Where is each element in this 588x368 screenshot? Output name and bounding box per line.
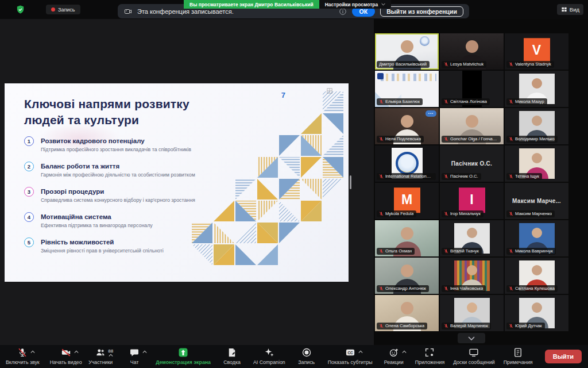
toolbar-label: Включить звук [6, 359, 40, 365]
more-options-button[interactable]: ••• [425, 110, 436, 117]
view-button[interactable]: Вид [557, 4, 583, 15]
participant-tile[interactable]: Gonchar Olga / Гончар ... [440, 108, 504, 144]
chevron-up-icon[interactable] [30, 350, 35, 354]
toolbar-label: Приложения [415, 359, 444, 365]
participant-tile[interactable]: Ольга Охман [375, 220, 439, 256]
participant-face [401, 227, 413, 240]
participant-tile[interactable]: Валерій Мартинюк [440, 295, 504, 331]
participant-tile[interactable]: International Relations ... [375, 145, 439, 182]
toolbar-summary-button[interactable]: Сводка [219, 348, 245, 365]
small-logo [377, 73, 384, 79]
toolbar-label: Чат [130, 359, 139, 365]
chevron-up-icon[interactable] [142, 350, 147, 354]
participant-tile[interactable]: Світлана Логінова [440, 71, 504, 107]
slide-item: 4Мотиваційна системаЕфективна підтримка … [24, 212, 214, 228]
toolbar-label: Примечания [504, 359, 533, 365]
record-icon [301, 347, 312, 360]
grid-view-icon [561, 6, 567, 13]
participant-tile[interactable]: Віталій Ткачук [440, 220, 504, 256]
participant-tile[interactable]: Максим Марче... Максим Марченко [505, 183, 568, 219]
participant-tile[interactable]: I Ігор Михальчук [440, 183, 504, 219]
toolbar-record-button[interactable]: Запись [294, 348, 319, 365]
mic-off-icon [17, 347, 28, 360]
toolbar-captions-button[interactable]: CCПоказать субтитры [328, 348, 373, 365]
avatar-letter: I [459, 187, 485, 213]
mic-off-icon [379, 324, 384, 328]
toolbar-share-screen-button[interactable]: Демонстрация экрана [156, 348, 211, 365]
participant-label: Пасічник О.С. [442, 173, 481, 181]
participant-label: Юрий Дутчак [506, 323, 545, 330]
mic-off-icon [509, 137, 513, 141]
toolbar-chat-button[interactable]: Чат [122, 348, 147, 365]
gallery-collapse-button[interactable] [458, 333, 485, 343]
participant-name: Gonchar Olga / Гончар ... [450, 136, 498, 141]
chevron-up-icon[interactable] [74, 350, 79, 354]
toolbar-label: Демонстрация экрана [156, 359, 211, 365]
toolbar-center-group: 88УчастникиЧатДемонстрация экранаСводкаA… [88, 348, 532, 365]
mic-off-icon [509, 324, 513, 328]
participant-tile[interactable]: Володимир Милько [505, 108, 568, 144]
participant-name: Микола Мазур [515, 99, 544, 104]
leave-button[interactable]: Выйти [545, 350, 582, 363]
participant-tile[interactable]: Тетяна Іщук [505, 145, 568, 182]
participant-name: Пасічник О.С. [450, 174, 478, 179]
toolbar-whiteboard-button[interactable]: Доски сообщений [453, 348, 495, 365]
participant-name: Lesya Matviichuk [450, 62, 483, 67]
mic-off-icon [379, 286, 384, 291]
participant-tile[interactable]: Микола Вавринчук [505, 220, 568, 256]
participant-tile[interactable]: Світлана Кулешова [505, 258, 568, 294]
chevron-up-icon[interactable] [358, 350, 363, 354]
toolbar-participants-button[interactable]: 88Участники [88, 348, 113, 365]
participant-tile[interactable]: Пасічник О.С. Пасічник О.С. [440, 145, 504, 182]
participant-name: Олександр Антонюк [385, 286, 426, 291]
slide-ornament [381, 74, 436, 81]
participant-tile[interactable]: Олександр Антонюк [375, 258, 439, 294]
mic-off-icon [509, 174, 513, 179]
participant-tile[interactable]: M Mykola Fedula [375, 183, 439, 219]
participant-tile[interactable]: Інна Чайковська [440, 258, 504, 294]
svg-text:CC: CC [347, 350, 353, 354]
mic-off-icon [444, 99, 448, 104]
slide-grid-icon [327, 88, 332, 94]
slide-item-title: Рівність можливостей [41, 237, 164, 246]
toolbar-notes-button[interactable]: Примечания [504, 348, 533, 365]
leave-conference-button[interactable]: Выйти из конференции [380, 6, 463, 17]
toolbar-reactions-button[interactable]: Реакции [381, 348, 407, 365]
toolbar-ai-sparkle-button[interactable]: AI Companion [253, 348, 285, 365]
slide-item: 1Розвиток кадрового потенціалуПідтримка … [24, 136, 214, 152]
participant-tile[interactable]: ••• Неля Подлевська [375, 108, 439, 144]
participant-face [401, 264, 413, 277]
slide-item-text: Рівність можливостейЗміцнення рівності п… [41, 237, 164, 254]
mic-off-icon [509, 62, 513, 67]
slide-item-text: Баланс роботи та життяГармонія між профе… [41, 162, 195, 178]
participant-label: Олександр Антонюк [377, 285, 429, 293]
participant-tile[interactable]: Микола Мазур [505, 71, 568, 107]
view-settings-dropdown[interactable]: Настройки просмотра [319, 0, 392, 9]
participant-tile[interactable]: Олена Самборська [375, 295, 439, 331]
slide-item-title: Розвиток кадрового потенціалу [41, 136, 191, 144]
participant-tile[interactable]: Дмитро Васильківський [375, 33, 439, 70]
participant-label: Ігор Михальчук [442, 210, 483, 218]
participant-tile[interactable]: Ельвіра Базилюк [375, 71, 439, 107]
slide-item-number: 3 [24, 187, 34, 197]
participant-name: Максим Марченко [515, 211, 552, 216]
participant-tile[interactable]: Lesya Matviichuk [440, 33, 504, 70]
participant-name: Ельвіра Базилюк [385, 99, 420, 104]
participant-label: Світлана Кулешова [506, 285, 558, 293]
chevron-up-icon[interactable] [402, 350, 407, 354]
participant-tile[interactable]: Юрий Дутчак [505, 295, 568, 331]
participants-count: 88 [108, 348, 113, 354]
slide-item-description: Справедлива система конкурсного відбору … [41, 197, 195, 203]
toolbar-mic-off-button[interactable]: Включить звук [6, 348, 40, 365]
share-scrollbar[interactable] [350, 175, 351, 189]
participant-label: Віталій Ткачук [442, 248, 482, 255]
toolbar-video-off-button[interactable]: Начать видео [50, 348, 82, 365]
participants-icon [95, 347, 106, 360]
participant-tile[interactable]: V Valentyna Stadnyk [505, 33, 568, 70]
slide-item-list: 1Розвиток кадрового потенціалуПідтримка … [24, 136, 214, 254]
mic-off-icon [509, 249, 513, 254]
recording-indicator[interactable]: Запись [46, 5, 80, 14]
toolbar-apps-button[interactable]: Приложения [415, 348, 444, 365]
recording-label: Запись [58, 7, 75, 13]
chevron-up-icon[interactable] [109, 354, 113, 357]
